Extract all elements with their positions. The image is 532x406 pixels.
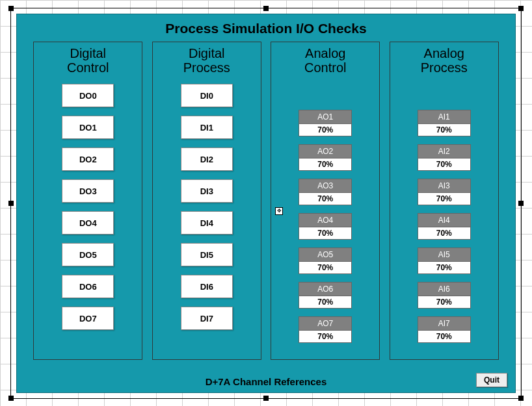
column-header: Analog Control (271, 46, 379, 75)
analog-value: 70% (418, 227, 471, 240)
analog-label: AO7 (299, 316, 352, 330)
do3-button[interactable]: DO3 (62, 179, 114, 203)
ai5-indicator[interactable]: AI570% (418, 247, 471, 274)
header-line2: Process (183, 60, 230, 75)
ao6-indicator[interactable]: AO670% (299, 282, 352, 309)
column-header: Digital Control (34, 46, 142, 75)
analog-value: 70% (299, 123, 352, 136)
analog-control-column: Analog Control AO170% AO270% AO370% AO47… (271, 42, 380, 360)
digital-process-items: DI0 DI1 DI2 DI3 DI4 DI5 DI6 DI7 (153, 82, 261, 330)
analog-control-items: AO170% AO270% AO370% AO470% AO570% AO670… (271, 82, 379, 343)
ai6-indicator[interactable]: AI670% (418, 282, 471, 309)
header-line1: Analog (424, 46, 464, 60)
ai1-indicator[interactable]: AI170% (418, 110, 471, 136)
ao5-indicator[interactable]: AO570% (299, 247, 352, 274)
main-panel: Process Simulation I/O Checks Digital Co… (16, 14, 516, 393)
analog-value: 70% (299, 261, 352, 274)
resize-handle-mr[interactable] (518, 201, 524, 206)
di7-button[interactable]: DI7 (181, 307, 233, 330)
do2-button[interactable]: DO2 (62, 147, 114, 171)
analog-value: 70% (299, 330, 352, 343)
analog-label: AO6 (299, 282, 352, 296)
ai2-indicator[interactable]: AI270% (418, 144, 471, 171)
digital-process-column: Digital Process DI0 DI1 DI2 DI3 DI4 DI5 … (152, 42, 261, 360)
selection-frame[interactable]: Process Simulation I/O Checks Digital Co… (10, 8, 522, 399)
analog-label: AO3 (299, 179, 352, 192)
analog-label: AO1 (299, 110, 352, 123)
analog-value: 70% (418, 261, 471, 274)
resize-handle-br[interactable] (518, 396, 524, 401)
resize-handle-tm[interactable] (263, 6, 269, 11)
analog-value: 70% (418, 296, 471, 309)
do0-button[interactable]: DO0 (62, 84, 114, 107)
resize-handle-tl[interactable] (8, 6, 14, 11)
header-line1: Digital (70, 46, 106, 60)
analog-label: AI6 (418, 282, 471, 296)
footer-label: D+7A Channel References (17, 376, 515, 387)
do7-button[interactable]: DO7 (62, 307, 114, 330)
di3-button[interactable]: DI3 (181, 179, 233, 203)
resize-handle-ml[interactable] (8, 201, 14, 206)
do6-button[interactable]: DO6 (62, 275, 114, 298)
move-icon[interactable] (275, 207, 283, 215)
ao7-indicator[interactable]: AO770% (299, 316, 352, 343)
header-line2: Process (421, 60, 468, 75)
panel-title: Process Simulation I/O Checks (17, 14, 515, 42)
analog-value: 70% (299, 192, 352, 205)
analog-value: 70% (418, 192, 471, 205)
digital-control-items: DO0 DO1 DO2 DO3 DO4 DO5 DO6 DO7 (34, 82, 142, 330)
header-line2: Control (67, 60, 109, 75)
di2-button[interactable]: DI2 (181, 147, 233, 171)
ai4-indicator[interactable]: AI470% (418, 213, 471, 240)
ai3-indicator[interactable]: AI370% (418, 179, 471, 205)
analog-label: AI2 (418, 144, 471, 158)
analog-value: 70% (418, 330, 471, 343)
di6-button[interactable]: DI6 (181, 275, 233, 298)
column-header: Digital Process (153, 46, 261, 75)
analog-label: AO2 (299, 144, 352, 158)
analog-value: 70% (299, 296, 352, 309)
analog-label: AI5 (418, 247, 471, 261)
ao2-indicator[interactable]: AO270% (299, 144, 352, 171)
analog-process-column: Analog Process AI170% AI270% AI370% AI47… (390, 42, 499, 360)
column-header: Analog Process (390, 46, 498, 75)
do1-button[interactable]: DO1 (62, 116, 114, 139)
analog-label: AO5 (299, 247, 352, 261)
resize-handle-tr[interactable] (518, 6, 524, 11)
analog-value: 70% (299, 227, 352, 240)
ai7-indicator[interactable]: AI770% (418, 316, 471, 343)
ao1-indicator[interactable]: AO170% (299, 110, 352, 136)
resize-handle-bm[interactable] (263, 396, 269, 401)
analog-process-items: AI170% AI270% AI370% AI470% AI570% AI670… (390, 82, 498, 343)
columns-container: Digital Control DO0 DO1 DO2 DO3 DO4 DO5 … (17, 42, 515, 360)
di1-button[interactable]: DI1 (181, 116, 233, 139)
quit-button[interactable]: Quit (476, 373, 507, 387)
analog-label: AO4 (299, 213, 352, 227)
header-line1: Analog (305, 46, 345, 60)
di0-button[interactable]: DI0 (181, 84, 233, 107)
header-line1: Digital (189, 46, 225, 60)
analog-value: 70% (418, 158, 471, 171)
digital-control-column: Digital Control DO0 DO1 DO2 DO3 DO4 DO5 … (33, 42, 142, 360)
do4-button[interactable]: DO4 (62, 211, 114, 235)
resize-handle-bl[interactable] (8, 396, 14, 401)
analog-label: AI7 (418, 316, 471, 330)
analog-label: AI1 (418, 110, 471, 123)
di5-button[interactable]: DI5 (181, 243, 233, 266)
header-line2: Control (304, 60, 346, 75)
analog-value: 70% (299, 158, 352, 171)
analog-label: AI3 (418, 179, 471, 192)
analog-value: 70% (418, 123, 471, 136)
ao3-indicator[interactable]: AO370% (299, 179, 352, 205)
analog-label: AI4 (418, 213, 471, 227)
do5-button[interactable]: DO5 (62, 243, 114, 266)
di4-button[interactable]: DI4 (181, 211, 233, 235)
ao4-indicator[interactable]: AO470% (299, 213, 352, 240)
